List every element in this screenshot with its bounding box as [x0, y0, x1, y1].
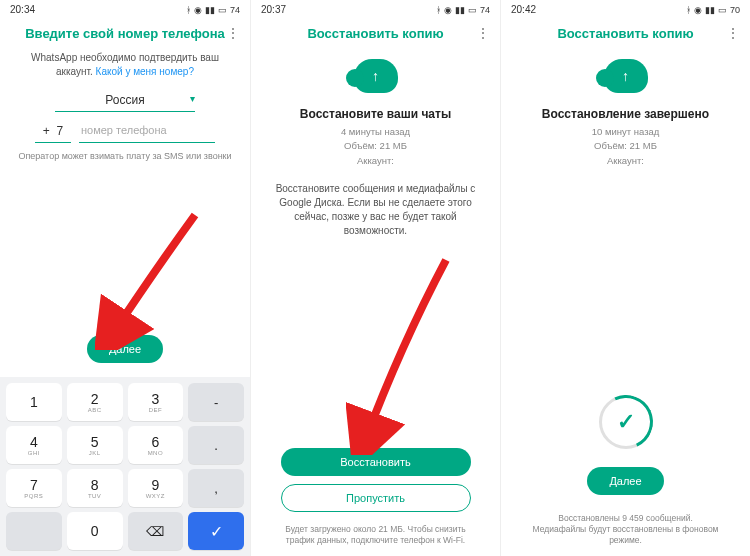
signal-icon: ▮▮ — [205, 5, 215, 15]
sms-hint: Оператор может взимать плату за SMS или … — [18, 151, 231, 161]
check-icon: ✓ — [210, 522, 223, 541]
bluetooth-icon: ᚼ — [436, 5, 441, 15]
page-title: Введите свой номер телефона — [24, 26, 226, 41]
status-bar: 20:37 ᚼ ◉ ▮▮ ▭ 74 — [251, 0, 500, 19]
country-select[interactable]: Россия ▾ — [55, 89, 195, 112]
key-4[interactable]: 4GHI — [6, 426, 62, 464]
key-backspace[interactable]: ⌫ — [128, 512, 184, 550]
key-7[interactable]: 7PQRS — [6, 469, 62, 507]
signal-icon: ▮▮ — [455, 5, 465, 15]
battery-level: 74 — [230, 5, 240, 15]
chevron-down-icon: ▾ — [190, 93, 195, 104]
skip-button[interactable]: Пропустить — [281, 484, 471, 512]
battery-icon: ▭ — [468, 5, 477, 15]
restore-button[interactable]: Восстановить — [281, 448, 471, 476]
key-8[interactable]: 8TUV — [67, 469, 123, 507]
clock: 20:42 — [511, 4, 536, 15]
kebab-icon[interactable]: ⋮ — [226, 25, 240, 41]
screen-phone-entry: 20:34 ᚼ ◉ ▮▮ ▭ 74 Введите свой номер тел… — [0, 0, 250, 556]
page-title: Восстановить копию — [525, 26, 726, 41]
phone-row: + 7 номер телефона — [35, 120, 215, 143]
key-dash[interactable]: - — [188, 383, 244, 421]
status-icons: ᚼ ◉ ▮▮ ▭ 74 — [436, 5, 490, 15]
wifi-icon: ◉ — [444, 5, 452, 15]
clock: 20:34 — [10, 4, 35, 15]
next-button[interactable]: Далее — [87, 335, 163, 363]
battery-icon: ▭ — [718, 5, 727, 15]
backup-meta: 4 минуты назад Объём: 21 МБ Аккаунт: — [341, 125, 410, 168]
bluetooth-icon: ᚼ — [186, 5, 191, 15]
footnote: Будет загружено около 21 МБ. Чтобы снизи… — [265, 524, 486, 556]
restore-body: Восстановите сообщения и медиафайлы с Go… — [265, 182, 486, 238]
done-check-icon — [599, 395, 653, 449]
content: WhatsApp необходимо подтвердить ваш акка… — [0, 51, 250, 377]
key-3[interactable]: 3DEF — [128, 383, 184, 421]
header: Восстановить копию ⋮ — [251, 19, 500, 51]
key-9[interactable]: 9WXYZ — [128, 469, 184, 507]
cloud-upload-icon — [354, 59, 398, 93]
status-icons: ᚼ ◉ ▮▮ ▭ 70 — [686, 5, 740, 15]
backspace-icon: ⌫ — [146, 524, 164, 539]
button-area: Восстановить Пропустить — [265, 438, 486, 524]
key-2[interactable]: 2ABC — [67, 383, 123, 421]
country-label: Россия — [105, 93, 144, 107]
key-confirm[interactable]: ✓ — [188, 512, 244, 550]
status-icons: ᚼ ◉ ▮▮ ▭ 74 — [186, 5, 240, 15]
battery-level: 74 — [480, 5, 490, 15]
kebab-icon[interactable]: ⋮ — [476, 25, 490, 41]
status-bar: 20:34 ᚼ ◉ ▮▮ ▭ 74 — [0, 0, 250, 19]
phone-number-field[interactable]: номер телефона — [79, 120, 215, 143]
restore-subtitle: Восстановите ваши чаты — [300, 107, 451, 121]
bluetooth-icon: ᚼ — [686, 5, 691, 15]
footnote: Восстановлены 9 459 сообщений. Медиафайл… — [515, 513, 736, 556]
wifi-icon: ◉ — [194, 5, 202, 15]
country-code-field[interactable]: + 7 — [35, 120, 71, 143]
screen-restore-prompt: 20:37 ᚼ ◉ ▮▮ ▭ 74 Восстановить копию ⋮ В… — [250, 0, 500, 556]
header: Введите свой номер телефона ⋮ — [0, 19, 250, 51]
content: Восстановление завершено 10 минут назад … — [501, 51, 750, 556]
key-dot[interactable]: . — [188, 426, 244, 464]
key-0[interactable]: 0 — [67, 512, 123, 550]
screen-restore-done: 20:42 ᚼ ◉ ▮▮ ▭ 70 Восстановить копию ⋮ В… — [500, 0, 750, 556]
backup-time: 4 минуты назад — [341, 125, 410, 139]
backup-time: 10 минут назад — [592, 125, 660, 139]
wifi-icon: ◉ — [694, 5, 702, 15]
done-subtitle: Восстановление завершено — [542, 107, 709, 121]
key-empty[interactable] — [6, 512, 62, 550]
backup-meta: 10 минут назад Объём: 21 МБ Аккаунт: — [592, 125, 660, 168]
battery-icon: ▭ — [218, 5, 227, 15]
battery-level: 70 — [730, 5, 740, 15]
numeric-keypad: 1 2ABC 3DEF - 4GHI 5JKL 6MNO . 7PQRS 8TU… — [0, 377, 250, 556]
key-5[interactable]: 5JKL — [67, 426, 123, 464]
key-6[interactable]: 6MNO — [128, 426, 184, 464]
key-1[interactable]: 1 — [6, 383, 62, 421]
cloud-upload-icon — [604, 59, 648, 93]
content: Восстановите ваши чаты 4 минуты назад Об… — [251, 51, 500, 556]
verify-description: WhatsApp необходимо подтвердить ваш акка… — [14, 51, 236, 79]
next-button[interactable]: Далее — [587, 467, 663, 495]
backup-account: Аккаунт: — [592, 154, 660, 168]
header: Восстановить копию ⋮ — [501, 19, 750, 51]
clock: 20:37 — [261, 4, 286, 15]
backup-size: Объём: 21 МБ — [341, 139, 410, 153]
page-title: Восстановить копию — [275, 26, 476, 41]
kebab-icon[interactable]: ⋮ — [726, 25, 740, 41]
my-number-link[interactable]: Какой у меня номер? — [96, 66, 194, 77]
signal-icon: ▮▮ — [705, 5, 715, 15]
backup-account: Аккаунт: — [341, 154, 410, 168]
key-comma[interactable]: , — [188, 469, 244, 507]
backup-size: Объём: 21 МБ — [592, 139, 660, 153]
status-bar: 20:42 ᚼ ◉ ▮▮ ▭ 70 — [501, 0, 750, 19]
